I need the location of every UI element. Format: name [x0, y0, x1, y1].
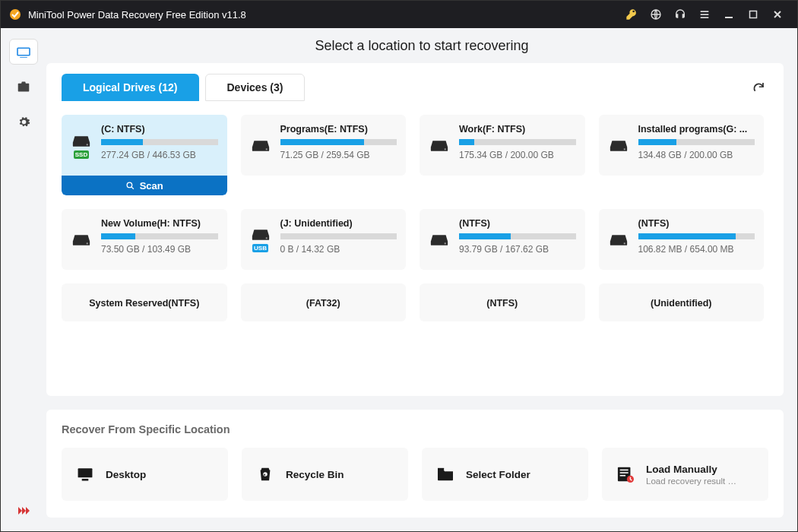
svg-point-10 — [265, 148, 267, 150]
svg-point-14 — [265, 237, 267, 239]
svg-point-11 — [445, 148, 446, 150]
drive-size: 134.48 GB / 200.00 GB — [638, 150, 755, 160]
recover-item[interactable]: Recycle Bin — [242, 448, 408, 501]
headset-icon[interactable] — [668, 2, 692, 27]
recover-item-icon — [255, 464, 275, 484]
drive-name: (FAT32) — [306, 298, 340, 309]
drive-icon — [608, 217, 629, 264]
sidebar-item-settings[interactable] — [9, 109, 38, 135]
svg-rect-6 — [750, 11, 757, 18]
drive-card[interactable]: System Reserved(NTFS) — [62, 283, 227, 321]
svg-rect-17 — [78, 468, 93, 477]
drive-size: 106.82 MB / 654.00 MB — [638, 244, 755, 255]
svg-point-9 — [127, 182, 132, 188]
drive-name: Installed programs(G: ... — [638, 124, 755, 135]
usage-bar — [280, 139, 397, 145]
recover-item-label: Desktop — [106, 469, 146, 480]
drive-name: Programs(E: NTFS) — [280, 124, 397, 135]
usage-bar — [101, 139, 218, 145]
tab-logical-drives[interactable]: Logical Drives (12) — [62, 74, 199, 101]
svg-point-0 — [10, 9, 21, 20]
usage-bar — [638, 233, 755, 239]
recover-item[interactable]: Select Folder — [422, 448, 588, 501]
svg-point-13 — [87, 242, 88, 244]
drive-icon — [71, 217, 92, 264]
drive-name: Work(F: NTFS) — [459, 124, 576, 135]
drive-name: (NTFS) — [459, 218, 576, 229]
sidebar-item-recovery[interactable] — [9, 39, 38, 65]
drive-name: (NTFS) — [638, 218, 755, 229]
menu-icon[interactable] — [692, 2, 717, 27]
svg-point-15 — [445, 242, 446, 244]
drive-name: (J: Unidentified) — [280, 218, 397, 229]
svg-rect-4 — [701, 17, 709, 18]
drive-card[interactable]: Installed programs(G: ...134.48 GB / 200… — [599, 115, 765, 176]
drive-size: 93.79 GB / 167.62 GB — [459, 244, 576, 255]
recover-item-icon — [435, 464, 455, 484]
usage-bar — [459, 139, 576, 145]
tab-devices[interactable]: Devices (3) — [205, 74, 306, 101]
close-button[interactable] — [765, 2, 790, 27]
maximize-button[interactable] — [741, 2, 765, 27]
app-title: MiniTool Power Data Recovery Free Editio… — [28, 9, 246, 21]
svg-point-16 — [623, 242, 625, 244]
drive-name: (C: NTFS) — [101, 124, 218, 135]
svg-rect-3 — [701, 14, 709, 15]
svg-rect-5 — [725, 17, 733, 18]
drive-card[interactable]: Work(F: NTFS)175.34 GB / 200.00 GB — [420, 115, 585, 176]
drive-icon — [429, 217, 450, 264]
drive-icon — [250, 122, 271, 169]
drive-icon — [429, 122, 450, 169]
svg-rect-2 — [701, 11, 709, 12]
sidebar-item-toolbox[interactable] — [9, 74, 38, 100]
usage-bar — [459, 233, 576, 239]
titlebar: MiniTool Power Data Recovery Free Editio… — [1, 1, 797, 28]
drive-size: 277.24 GB / 446.53 GB — [101, 150, 218, 160]
drive-icon: SSD — [71, 122, 92, 171]
drive-card[interactable]: USB(J: Unidentified)0 B / 14.32 GB — [241, 209, 407, 270]
sidebar — [1, 28, 46, 531]
svg-rect-23 — [620, 475, 625, 477]
drive-size: 0 B / 14.32 GB — [280, 244, 397, 255]
globe-icon[interactable] — [644, 2, 668, 27]
svg-rect-22 — [620, 472, 629, 473]
recover-item-label: Load Manually — [646, 464, 737, 475]
drives-panel: Logical Drives (12) Devices (3) SSD(C: N… — [46, 63, 784, 396]
drive-name: (Unidentified) — [651, 298, 712, 309]
key-icon[interactable] — [619, 2, 644, 27]
svg-rect-21 — [620, 470, 629, 471]
drive-icon — [608, 122, 629, 169]
drive-name: System Reserved(NTFS) — [89, 298, 199, 309]
app-logo-icon — [8, 8, 22, 21]
recover-item-icon — [616, 464, 635, 484]
drive-size: 73.50 GB / 103.49 GB — [101, 244, 218, 255]
usage-bar — [638, 139, 755, 145]
main: Select a location to start recovering Lo… — [46, 28, 797, 531]
drive-card[interactable]: (NTFS)106.82 MB / 654.00 MB — [599, 209, 765, 270]
drive-card[interactable]: Programs(E: NTFS)71.25 GB / 259.54 GB — [241, 115, 407, 176]
drive-card[interactable]: New Volume(H: NTFS)73.50 GB / 103.49 GB — [62, 209, 227, 270]
recover-item-label: Select Folder — [466, 469, 530, 480]
recover-item-label: Recycle Bin — [286, 469, 344, 480]
drive-name: New Volume(H: NTFS) — [101, 218, 218, 229]
recover-item[interactable]: Load ManuallyLoad recovery result (*... — [602, 448, 768, 501]
refresh-button[interactable] — [749, 78, 768, 97]
page-heading: Select a location to start recovering — [46, 28, 797, 63]
drive-size: 175.34 GB / 200.00 GB — [459, 150, 576, 160]
scan-button[interactable]: Scan — [62, 176, 227, 195]
usage-bar — [280, 233, 397, 239]
svg-point-8 — [87, 144, 88, 145]
drive-card[interactable]: (NTFS) — [420, 283, 585, 321]
recover-item-sub: Load recovery result (*... — [646, 477, 737, 486]
recover-item[interactable]: Desktop — [62, 448, 228, 501]
drive-card[interactable]: (FAT32) — [241, 283, 407, 321]
svg-point-12 — [623, 148, 625, 150]
drive-card[interactable]: SSD(C: NTFS)277.24 GB / 446.53 GBScan — [62, 115, 227, 195]
recover-section: Recover From Specific Location DesktopRe… — [46, 410, 784, 518]
sidebar-collapse-icon[interactable] — [13, 501, 34, 521]
svg-rect-7 — [17, 48, 30, 55]
drive-card[interactable]: (NTFS)93.79 GB / 167.62 GB — [420, 209, 585, 270]
recover-section-title: Recover From Specific Location — [62, 423, 768, 435]
drive-card[interactable]: (Unidentified) — [599, 283, 765, 321]
minimize-button[interactable] — [717, 2, 741, 27]
